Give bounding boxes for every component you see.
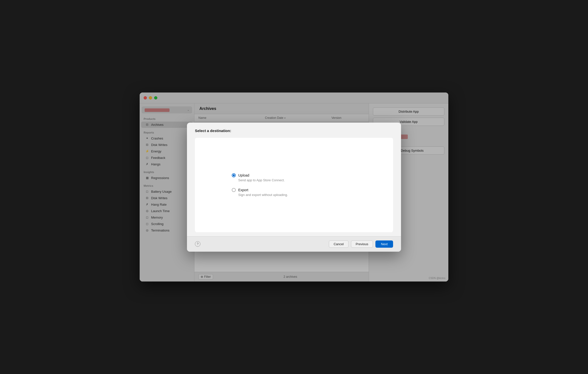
export-option[interactable]: Export Sign and export without uploading… xyxy=(232,188,356,197)
help-button[interactable]: ? xyxy=(195,241,200,247)
modal-body: Select a destination: Upload Send app to… xyxy=(187,123,401,232)
footer-buttons: Cancel Previous Next xyxy=(329,240,393,248)
export-label: Export xyxy=(238,188,248,192)
upload-label: Upload xyxy=(238,173,249,177)
main-window: ⌄ Products ⊟ Archives Reports ✦ Crashes … xyxy=(140,93,448,281)
modal-title: Select a destination: xyxy=(195,129,393,133)
next-button[interactable]: Next xyxy=(375,240,393,248)
upload-radio-input[interactable] xyxy=(232,173,236,177)
destination-modal: Select a destination: Upload Send app to… xyxy=(187,123,401,252)
previous-button[interactable]: Previous xyxy=(351,240,373,248)
destination-options: Upload Send app to App Store Connect. Ex… xyxy=(232,173,356,197)
modal-content-area: Upload Send app to App Store Connect. Ex… xyxy=(195,138,393,232)
cancel-button[interactable]: Cancel xyxy=(329,240,348,248)
export-description: Sign and export without uploading. xyxy=(238,193,356,197)
upload-description: Send app to App Store Connect. xyxy=(238,178,356,182)
upload-option[interactable]: Upload Send app to App Store Connect. xyxy=(232,173,356,182)
modal-footer: ? Cancel Previous Next xyxy=(187,236,401,252)
upload-radio-row: Upload xyxy=(232,173,356,177)
export-radio-row: Export xyxy=(232,188,356,192)
modal-overlay: Select a destination: Upload Send app to… xyxy=(140,93,448,281)
export-radio-input[interactable] xyxy=(232,188,236,192)
